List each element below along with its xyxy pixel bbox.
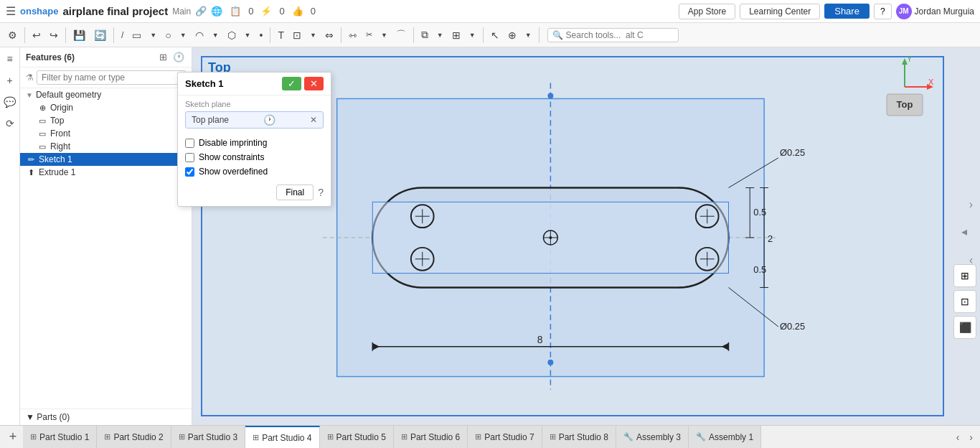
appstore-button[interactable]: App Store (679, 4, 735, 19)
search-input[interactable] (566, 30, 674, 40)
point-tool[interactable]: • (256, 27, 267, 43)
arc-dropdown[interactable]: ▼ (209, 29, 222, 41)
text-tool[interactable]: T (274, 27, 288, 43)
view-cube-area[interactable]: Y X Top (872, 55, 937, 119)
trim-tool[interactable]: ✂ (362, 28, 376, 42)
front-item[interactable]: ▭ Front (20, 127, 192, 140)
rect-dropdown[interactable]: ▼ (146, 29, 160, 41)
right-panel-btn-2[interactable]: ⊡ (953, 290, 976, 313)
sidebar-icon-clock[interactable]: 🕐 (171, 50, 186, 64)
tab-nav-left[interactable]: ‹ (952, 430, 964, 444)
pattern-tool[interactable]: ⊞ (448, 27, 464, 43)
toolbar-settings[interactable]: ⚙ (4, 27, 21, 43)
tab-part-studio-5[interactable]: ⊞Part Studio 5 (320, 426, 394, 449)
avatar-circle: JM (896, 4, 912, 19)
scroll-up[interactable]: › (969, 198, 973, 211)
reconstruct-button[interactable]: 🔄 (90, 27, 110, 43)
polygon-tool[interactable]: ⬡ (224, 27, 240, 43)
leftbar-btn-2[interactable]: + (1, 72, 19, 89)
share-button[interactable]: Share (824, 4, 870, 19)
top-item[interactable]: ▭ Top (20, 114, 192, 127)
tab-label-2: Part Studio 3 (188, 432, 237, 442)
leftbar-btn-1[interactable]: ≡ (1, 50, 19, 67)
expand-arrow-parts[interactable]: ▼ (26, 412, 37, 422)
right-item[interactable]: ▭ Right (20, 140, 192, 153)
sketch-help-button[interactable]: ? (318, 185, 324, 200)
thumbsup-counter[interactable]: 👍0 (292, 6, 316, 17)
svg-point-3 (547, 360, 553, 365)
undo-button[interactable]: ↩ (29, 27, 44, 43)
sketch-remove-plane[interactable]: ✕ (310, 115, 317, 125)
sketch-clock-button[interactable]: 🕐 (263, 114, 275, 126)
sketch-cancel-button[interactable]: ✕ (304, 77, 324, 90)
tab-icon-9: 🔧 (696, 432, 706, 442)
filter-input[interactable] (37, 70, 186, 85)
add-tab-button[interactable]: + (3, 427, 23, 447)
right-panel-btn-1[interactable]: ⊞ (953, 264, 976, 287)
tab-nav-right[interactable]: › (965, 430, 977, 444)
polygon-dropdown[interactable]: ▼ (241, 29, 255, 41)
show-constraints-checkbox[interactable] (185, 153, 194, 162)
line-tool[interactable]: / (118, 28, 127, 42)
sidebar-icon-layout[interactable]: ⊞ (158, 50, 169, 64)
circle-dropdown[interactable]: ▼ (176, 29, 190, 41)
scroll-left-arrow[interactable]: ◂ (961, 225, 967, 238)
leftbar-btn-3[interactable]: 💬 (1, 93, 19, 111)
constraint-dropdown[interactable]: ▼ (522, 29, 535, 41)
sketch-plane-label: Sketch plane (185, 100, 324, 108)
globe-icon[interactable]: 🌐 (211, 6, 222, 17)
lightning-counter[interactable]: ⚡0 (260, 6, 284, 17)
pattern-dropdown[interactable]: ▼ (466, 29, 479, 41)
right-panel-btn-3[interactable]: ⬛ (953, 316, 976, 339)
tab-part-studio-4[interactable]: ⊞Part Studio 4 (245, 426, 319, 449)
tab-part-studio-1[interactable]: ⊞Part Studio 1 (23, 426, 97, 449)
sketch1-item[interactable]: ✏ Sketch 1 (20, 153, 192, 166)
origin-label: Origin (50, 103, 73, 113)
tab-assembly-3[interactable]: 🔧Assembly 3 (616, 426, 689, 449)
topbar-right: App Store Learning Center Share ? JM Jor… (679, 4, 974, 19)
link-icon[interactable]: 🔗 (195, 6, 207, 17)
extrude1-item[interactable]: ⬆ Extrude 1 (20, 166, 192, 179)
tab-part-studio-3[interactable]: ⊞Part Studio 3 (171, 426, 245, 449)
default-geometry-group[interactable]: ▼ Default geometry (20, 88, 192, 101)
constraint-tool[interactable]: ⊕ (504, 27, 520, 43)
clipboard-counter[interactable]: 📋0 (230, 6, 253, 17)
arc-tool[interactable]: ◠ (192, 27, 207, 43)
dimension-tool[interactable]: ⇿ (345, 27, 361, 43)
copy-tool[interactable]: ⧉ (418, 27, 432, 43)
toolbar-sep-8 (539, 27, 540, 43)
save-button[interactable]: 💾 (70, 27, 89, 43)
select-tool[interactable]: ↖ (487, 27, 503, 43)
topbar: ☰ onshape airplane final project Main 🔗 … (0, 0, 980, 23)
fillet-tool[interactable]: ⌒ (392, 27, 410, 44)
show-overdefined-checkbox[interactable] (185, 167, 194, 177)
user-name: Jordan Murguia (915, 6, 974, 17)
hamburger-menu[interactable]: ☰ (6, 4, 16, 18)
circle-tool[interactable]: ○ (161, 27, 174, 43)
branch-tag[interactable]: Main (172, 6, 191, 17)
user-avatar[interactable]: JM Jordan Murguia (896, 4, 974, 19)
leftbar-btn-4[interactable]: ⟳ (1, 115, 19, 132)
tab-part-studio-6[interactable]: ⊞Part Studio 6 (394, 426, 468, 449)
sketch-final-button[interactable]: Final (276, 185, 314, 200)
rect-tool[interactable]: ▭ (128, 27, 145, 43)
logo[interactable]: onshape (20, 6, 58, 17)
show-overdefined-option: Show overdefined (185, 164, 324, 179)
tab-assembly-1[interactable]: 🔧Assembly 1 (689, 426, 761, 449)
svg-text:Y: Y (907, 55, 913, 63)
tab-part-studio-2[interactable]: ⊞Part Studio 2 (97, 426, 171, 449)
copy-dropdown[interactable]: ▼ (433, 29, 447, 41)
offset-dropdown[interactable]: ▼ (306, 29, 320, 41)
learning-button[interactable]: Learning Center (740, 4, 820, 19)
tab-part-studio-8[interactable]: ⊞Part Studio 8 (542, 426, 616, 449)
redo-button[interactable]: ↪ (46, 27, 62, 43)
offset-tool[interactable]: ⊡ (289, 27, 305, 43)
tab-part-studio-7[interactable]: ⊞Part Studio 7 (468, 426, 542, 449)
trim-dropdown[interactable]: ▼ (377, 29, 391, 41)
sketch-confirm-button[interactable]: ✓ (282, 77, 301, 90)
disable-imprinting-checkbox[interactable] (185, 139, 194, 148)
mirror-tool[interactable]: ⇔ (321, 27, 337, 43)
help-button[interactable]: ? (874, 4, 892, 19)
sketch-icon: ✏ (26, 154, 36, 164)
origin-item[interactable]: ⊕ Origin (20, 101, 192, 114)
